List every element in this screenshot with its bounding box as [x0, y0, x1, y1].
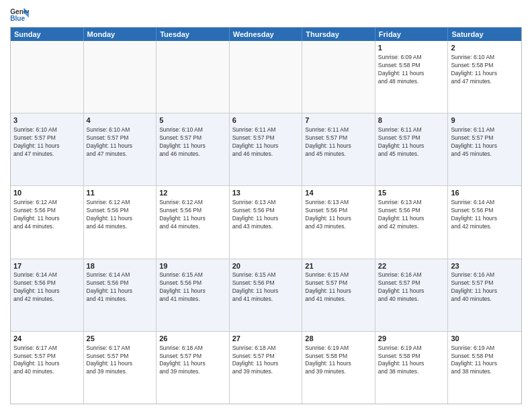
- day-number: 28: [305, 334, 372, 344]
- day-cell-7: 7Sunrise: 6:11 AM Sunset: 5:57 PM Daylig…: [302, 113, 375, 185]
- calendar-row-2: 3Sunrise: 6:10 AM Sunset: 5:57 PM Daylig…: [11, 113, 521, 186]
- header-day-sunday: Sunday: [11, 28, 84, 41]
- day-info: Sunrise: 6:12 AM Sunset: 5:56 PM Dayligh…: [159, 199, 226, 231]
- day-number: 2: [451, 43, 519, 53]
- day-number: 25: [87, 334, 154, 344]
- svg-text:Blue: Blue: [10, 15, 25, 22]
- day-cell-21: 21Sunrise: 6:15 AM Sunset: 5:57 PM Dayli…: [302, 259, 375, 331]
- day-number: 29: [378, 334, 445, 344]
- logo-icon: General Blue: [10, 7, 29, 23]
- day-cell-11: 11Sunrise: 6:12 AM Sunset: 5:56 PM Dayli…: [84, 186, 157, 258]
- day-number: 21: [305, 261, 372, 271]
- day-number: 17: [13, 261, 81, 271]
- day-number: 1: [378, 43, 445, 53]
- day-cell-14: 14Sunrise: 6:13 AM Sunset: 5:56 PM Dayli…: [302, 186, 375, 258]
- day-cell-18: 18Sunrise: 6:14 AM Sunset: 5:56 PM Dayli…: [84, 259, 157, 331]
- day-info: Sunrise: 6:14 AM Sunset: 5:56 PM Dayligh…: [451, 199, 519, 231]
- day-info: Sunrise: 6:17 AM Sunset: 5:57 PM Dayligh…: [13, 345, 81, 377]
- day-info: Sunrise: 6:10 AM Sunset: 5:58 PM Dayligh…: [451, 54, 519, 86]
- day-number: 3: [13, 116, 81, 126]
- day-cell-4: 4Sunrise: 6:10 AM Sunset: 5:57 PM Daylig…: [84, 113, 157, 185]
- day-cell-5: 5Sunrise: 6:10 AM Sunset: 5:57 PM Daylig…: [157, 113, 230, 185]
- header-day-friday: Friday: [375, 28, 449, 41]
- header-day-thursday: Thursday: [302, 28, 375, 41]
- day-cell-16: 16Sunrise: 6:14 AM Sunset: 5:56 PM Dayli…: [448, 186, 521, 258]
- day-cell-29: 29Sunrise: 6:19 AM Sunset: 5:58 PM Dayli…: [375, 332, 449, 404]
- day-cell-20: 20Sunrise: 6:15 AM Sunset: 5:56 PM Dayli…: [230, 259, 303, 331]
- day-number: 27: [232, 334, 300, 344]
- day-info: Sunrise: 6:19 AM Sunset: 5:58 PM Dayligh…: [378, 345, 445, 377]
- day-number: 5: [159, 116, 226, 126]
- day-info: Sunrise: 6:15 AM Sunset: 5:56 PM Dayligh…: [159, 271, 226, 304]
- day-info: Sunrise: 6:12 AM Sunset: 5:56 PM Dayligh…: [87, 199, 154, 231]
- day-cell-10: 10Sunrise: 6:12 AM Sunset: 5:56 PM Dayli…: [11, 186, 84, 258]
- day-info: Sunrise: 6:12 AM Sunset: 5:56 PM Dayligh…: [13, 199, 81, 231]
- day-number: 8: [378, 116, 445, 126]
- day-number: 9: [451, 116, 519, 126]
- day-info: Sunrise: 6:13 AM Sunset: 5:56 PM Dayligh…: [305, 199, 372, 231]
- day-cell-15: 15Sunrise: 6:13 AM Sunset: 5:56 PM Dayli…: [375, 186, 449, 258]
- day-cell-17: 17Sunrise: 6:14 AM Sunset: 5:56 PM Dayli…: [11, 259, 84, 331]
- logo: General Blue: [10, 7, 32, 23]
- day-cell-28: 28Sunrise: 6:19 AM Sunset: 5:58 PM Dayli…: [302, 332, 375, 404]
- day-cell-24: 24Sunrise: 6:17 AM Sunset: 5:57 PM Dayli…: [11, 332, 84, 404]
- day-cell-19: 19Sunrise: 6:15 AM Sunset: 5:56 PM Dayli…: [157, 259, 230, 331]
- header-day-saturday: Saturday: [448, 28, 521, 41]
- empty-cell: [157, 41, 230, 113]
- day-info: Sunrise: 6:13 AM Sunset: 5:56 PM Dayligh…: [232, 199, 300, 231]
- day-info: Sunrise: 6:10 AM Sunset: 5:57 PM Dayligh…: [13, 126, 81, 158]
- day-info: Sunrise: 6:11 AM Sunset: 5:57 PM Dayligh…: [378, 126, 445, 158]
- day-number: 7: [305, 116, 372, 126]
- day-cell-2: 2Sunrise: 6:10 AM Sunset: 5:58 PM Daylig…: [448, 41, 521, 113]
- day-number: 13: [232, 188, 300, 198]
- header-day-tuesday: Tuesday: [157, 28, 230, 41]
- day-info: Sunrise: 6:11 AM Sunset: 5:57 PM Dayligh…: [305, 126, 372, 158]
- day-cell-27: 27Sunrise: 6:18 AM Sunset: 5:57 PM Dayli…: [230, 332, 303, 404]
- day-info: Sunrise: 6:19 AM Sunset: 5:58 PM Dayligh…: [451, 345, 519, 377]
- day-number: 6: [232, 116, 300, 126]
- day-info: Sunrise: 6:10 AM Sunset: 5:57 PM Dayligh…: [159, 126, 226, 158]
- empty-cell: [84, 41, 157, 113]
- day-cell-13: 13Sunrise: 6:13 AM Sunset: 5:56 PM Dayli…: [230, 186, 303, 258]
- day-number: 11: [87, 188, 154, 198]
- page: General Blue SundayMondayTuesdayWednesda…: [0, 0, 532, 411]
- day-info: Sunrise: 6:11 AM Sunset: 5:57 PM Dayligh…: [232, 126, 300, 158]
- calendar-body: 1Sunrise: 6:09 AM Sunset: 5:58 PM Daylig…: [11, 41, 521, 404]
- empty-cell: [302, 41, 375, 113]
- day-number: 24: [13, 334, 81, 344]
- day-cell-3: 3Sunrise: 6:10 AM Sunset: 5:57 PM Daylig…: [11, 113, 84, 185]
- calendar-row-5: 24Sunrise: 6:17 AM Sunset: 5:57 PM Dayli…: [11, 332, 521, 404]
- day-number: 14: [305, 188, 372, 198]
- day-number: 19: [159, 261, 226, 271]
- header-day-wednesday: Wednesday: [230, 28, 303, 41]
- calendar-row-1: 1Sunrise: 6:09 AM Sunset: 5:58 PM Daylig…: [11, 41, 521, 113]
- day-cell-8: 8Sunrise: 6:11 AM Sunset: 5:57 PM Daylig…: [375, 113, 449, 185]
- day-number: 4: [87, 116, 154, 126]
- day-cell-12: 12Sunrise: 6:12 AM Sunset: 5:56 PM Dayli…: [157, 186, 230, 258]
- header-day-monday: Monday: [84, 28, 157, 41]
- day-info: Sunrise: 6:09 AM Sunset: 5:58 PM Dayligh…: [378, 54, 445, 86]
- day-info: Sunrise: 6:19 AM Sunset: 5:58 PM Dayligh…: [305, 345, 372, 377]
- header: General Blue: [10, 7, 522, 23]
- day-number: 18: [87, 261, 154, 271]
- day-info: Sunrise: 6:15 AM Sunset: 5:56 PM Dayligh…: [232, 271, 300, 304]
- day-info: Sunrise: 6:16 AM Sunset: 5:57 PM Dayligh…: [378, 271, 445, 304]
- day-cell-6: 6Sunrise: 6:11 AM Sunset: 5:57 PM Daylig…: [230, 113, 303, 185]
- day-cell-22: 22Sunrise: 6:16 AM Sunset: 5:57 PM Dayli…: [375, 259, 449, 331]
- calendar-row-4: 17Sunrise: 6:14 AM Sunset: 5:56 PM Dayli…: [11, 259, 521, 332]
- day-info: Sunrise: 6:14 AM Sunset: 5:56 PM Dayligh…: [87, 271, 154, 304]
- day-cell-23: 23Sunrise: 6:16 AM Sunset: 5:57 PM Dayli…: [448, 259, 521, 331]
- day-info: Sunrise: 6:14 AM Sunset: 5:56 PM Dayligh…: [13, 271, 81, 304]
- day-info: Sunrise: 6:10 AM Sunset: 5:57 PM Dayligh…: [87, 126, 154, 158]
- day-info: Sunrise: 6:15 AM Sunset: 5:57 PM Dayligh…: [305, 271, 372, 304]
- day-number: 26: [159, 334, 226, 344]
- day-number: 22: [378, 261, 445, 271]
- day-number: 15: [378, 188, 445, 198]
- day-cell-30: 30Sunrise: 6:19 AM Sunset: 5:58 PM Dayli…: [448, 332, 521, 404]
- day-number: 30: [451, 334, 519, 344]
- day-info: Sunrise: 6:18 AM Sunset: 5:57 PM Dayligh…: [232, 345, 300, 377]
- empty-cell: [11, 41, 84, 113]
- day-number: 10: [13, 188, 81, 198]
- day-info: Sunrise: 6:13 AM Sunset: 5:56 PM Dayligh…: [378, 199, 445, 231]
- day-number: 16: [451, 188, 519, 198]
